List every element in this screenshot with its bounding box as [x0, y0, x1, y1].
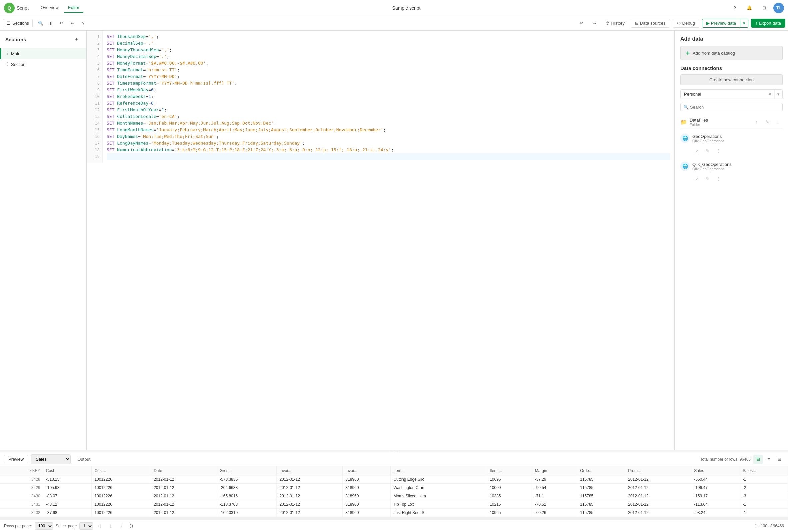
first-page-button[interactable]: ⟨⟨: [96, 522, 104, 530]
folder-action-3[interactable]: ⋮: [773, 117, 783, 127]
col-header-prom[interactable]: Prom...: [625, 466, 691, 475]
outdent-button[interactable]: ↤: [67, 18, 78, 29]
connection-item-header-2[interactable]: 🌐 Qlik_GeoOperations Qlik GeoOperations: [680, 160, 783, 173]
col-header-orde[interactable]: Orde...: [577, 466, 625, 475]
code-line-4: SET MoneyDecimalSep='.';: [107, 53, 670, 60]
col-header-invoi2[interactable]: Invoi...: [343, 466, 391, 475]
folder-actions: ↑ ✎ ⋮: [752, 117, 783, 127]
last-page-button[interactable]: ⟩⟩: [128, 522, 136, 530]
table-cell: -196.47: [691, 484, 740, 492]
table-cell: 318960: [343, 492, 391, 500]
table-row: 3431-43.12100122262012-01-12-118.3703201…: [0, 500, 788, 509]
table-view-button[interactable]: ⊞: [753, 455, 763, 464]
table-cell: 2012-01-12: [625, 492, 691, 500]
col-header-key[interactable]: %KEY: [0, 466, 43, 475]
pagination: Rows per page: 100 Select page 1 ⟨⟨ ⟨ ⟩ …: [0, 520, 788, 532]
preview-data-button[interactable]: ▶ Preview data: [702, 19, 740, 28]
grid-icon[interactable]: ⊞: [759, 3, 769, 13]
avatar[interactable]: TL: [773, 3, 784, 13]
debug-icon: ⚙: [677, 21, 681, 26]
nav-overview[interactable]: Overview: [37, 3, 63, 13]
table-selector[interactable]: Sales: [31, 454, 71, 464]
connection-globe-icon-1: 🌐: [680, 134, 690, 143]
folder-action-2[interactable]: ✎: [763, 117, 772, 127]
col-header-gros[interactable]: Gros...: [217, 466, 277, 475]
create-connection-label: Create new connection: [709, 77, 754, 82]
view-buttons: ⊞ ≡ ⊟: [753, 455, 784, 464]
table-cell: Moms Sliced Ham: [391, 492, 487, 500]
redo-button[interactable]: ↪: [589, 19, 599, 27]
table-cell: 10012226: [92, 492, 151, 500]
code-line-15: SET LongMonthNames='January;February;Mar…: [107, 127, 670, 133]
col-header-cust[interactable]: Cust...: [92, 466, 151, 475]
filter-chevron-icon[interactable]: ▾: [774, 89, 782, 99]
search-input[interactable]: [690, 105, 780, 109]
conn-action-edit-2[interactable]: ✎: [703, 174, 712, 184]
table-row: 3428-513.15100122262012-01-12-573.383520…: [0, 475, 788, 484]
nav-editor[interactable]: Editor: [64, 3, 83, 13]
list-view-button[interactable]: ≡: [764, 455, 773, 464]
undo-button[interactable]: ↩: [576, 19, 586, 27]
sidebar-title: Sections: [5, 37, 26, 42]
drag-handle-section: ⠿: [5, 62, 8, 67]
conn-action-more-2[interactable]: ⋮: [714, 174, 723, 184]
table-cell: -88.07: [43, 492, 92, 500]
col-header-margin[interactable]: Margin: [532, 466, 577, 475]
conn-action-select-2[interactable]: ↗: [692, 174, 702, 184]
help-icon[interactable]: ?: [729, 3, 740, 13]
col-header-item2[interactable]: Item ...: [487, 466, 532, 475]
preview-button-group: ▶ Preview data ▾: [702, 19, 748, 28]
table-cell: 2012-01-12: [625, 509, 691, 517]
preview-dropdown-button[interactable]: ▾: [740, 19, 748, 28]
page-select[interactable]: 1: [79, 522, 93, 530]
table-cell: 3432: [0, 509, 43, 517]
add-section-button[interactable]: ＋: [72, 35, 81, 44]
add-catalog-icon: ＋: [685, 49, 691, 57]
create-connection-button[interactable]: Create new connection: [680, 74, 783, 85]
connection-item-header-1[interactable]: 🌐 GeoOperations Qlik GeoOperations: [680, 131, 783, 145]
grid-view-button[interactable]: ⊟: [775, 455, 784, 464]
conn-action-select-1[interactable]: ↗: [692, 146, 702, 156]
table-cell: -37.29: [532, 475, 577, 484]
export-data-button[interactable]: ↑ Export data: [751, 19, 785, 28]
output-tab[interactable]: Output: [73, 455, 94, 463]
col-header-sales[interactable]: Sales: [691, 466, 740, 475]
add-from-catalog-button[interactable]: ＋ Add from data catalog: [680, 46, 783, 60]
snippets-button[interactable]: ◧: [46, 18, 57, 29]
filter-clear-button[interactable]: ✕: [765, 89, 774, 99]
table-cell: -3: [740, 492, 788, 500]
search-button[interactable]: 🔍: [35, 18, 46, 29]
history-button[interactable]: ⏱ History: [602, 19, 628, 27]
conn-action-more-1[interactable]: ⋮: [714, 146, 723, 156]
sidebar-item-main[interactable]: ⠿ Main 🗑: [0, 48, 86, 59]
help-editor-button[interactable]: ?: [78, 18, 88, 29]
debug-label: Debug: [682, 21, 695, 26]
prev-page-button[interactable]: ⟨: [106, 522, 114, 530]
indent-button[interactable]: ↦: [57, 18, 67, 29]
col-header-salesx[interactable]: Sales...: [740, 466, 788, 475]
datafiles-folder[interactable]: 📁 DataFiles Folder ↑ ✎ ⋮: [680, 115, 783, 129]
preview-tab[interactable]: Preview: [4, 455, 28, 464]
col-header-item1[interactable]: Item ...: [391, 466, 487, 475]
col-header-cost[interactable]: Cost: [43, 466, 92, 475]
bell-icon[interactable]: 🔔: [744, 3, 755, 13]
code-editor[interactable]: 1 2 3 4 5 6 7 8 9 10 11 12 13 14 15 16 1: [87, 30, 674, 450]
filter-value[interactable]: Personal: [681, 89, 765, 99]
horizontal-scrollbar[interactable]: [0, 517, 788, 520]
table-cell: 2012-01-12: [277, 509, 343, 517]
code-content[interactable]: SET ThousandSep=','; SET DecimalSep='.';…: [103, 30, 674, 163]
debug-button[interactable]: ⚙ Debug: [673, 19, 700, 28]
table-cell: -204.6638: [217, 484, 277, 492]
sections-toggle-button[interactable]: ☰ Sections: [3, 19, 33, 27]
next-page-button[interactable]: ⟩: [117, 522, 125, 530]
col-header-invoi1[interactable]: Invoi...: [277, 466, 343, 475]
sidebar-item-section[interactable]: ⠿ Section 🗑: [0, 59, 86, 69]
rows-per-page-select[interactable]: 100: [35, 522, 53, 530]
folder-action-1[interactable]: ↑: [752, 117, 761, 127]
table-cell: 10012226: [92, 500, 151, 509]
conn-action-edit-1[interactable]: ✎: [703, 146, 712, 156]
col-header-date[interactable]: Date: [151, 466, 217, 475]
data-sources-button[interactable]: ⊞ Data sources: [631, 19, 670, 28]
qlik-logo-icon: Q: [4, 3, 15, 13]
connection-qlik-geooperations: 🌐 Qlik_GeoOperations Qlik GeoOperations …: [680, 160, 783, 184]
